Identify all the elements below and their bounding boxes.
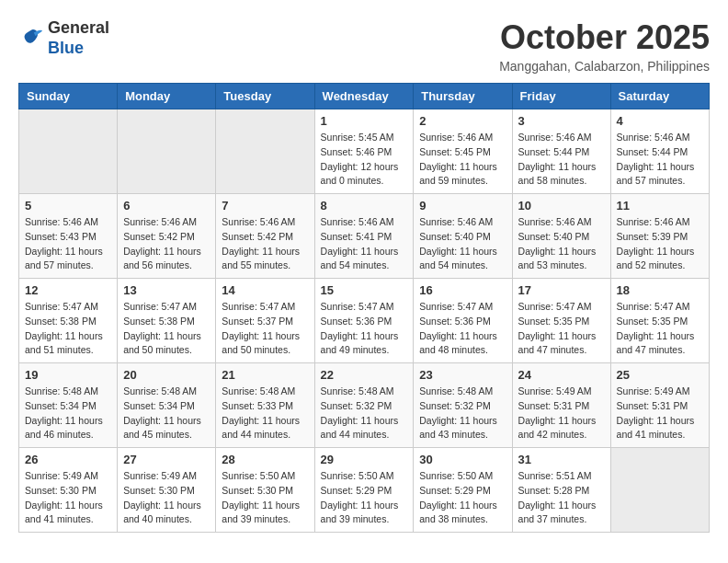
calendar-cell: 9Sunrise: 5:46 AMSunset: 5:40 PMDaylight… <box>414 194 512 279</box>
calendar-cell: 15Sunrise: 5:47 AMSunset: 5:36 PMDayligh… <box>314 279 414 363</box>
day-number: 14 <box>222 283 308 297</box>
logo-bird-icon <box>18 26 44 52</box>
calendar-cell: 14Sunrise: 5:47 AMSunset: 5:37 PMDayligh… <box>216 279 314 363</box>
calendar-cell: 17Sunrise: 5:47 AMSunset: 5:35 PMDayligh… <box>512 279 610 363</box>
day-info: Sunrise: 5:46 AMSunset: 5:41 PMDaylight:… <box>321 215 408 273</box>
day-info: Sunrise: 5:46 AMSunset: 5:42 PMDaylight:… <box>222 215 308 273</box>
calendar-cell: 18Sunrise: 5:47 AMSunset: 5:35 PMDayligh… <box>610 279 709 363</box>
day-info: Sunrise: 5:48 AMSunset: 5:34 PMDaylight:… <box>25 385 111 442</box>
day-info: Sunrise: 5:48 AMSunset: 5:33 PMDaylight:… <box>222 385 308 442</box>
calendar-cell: 23Sunrise: 5:48 AMSunset: 5:32 PMDayligh… <box>414 363 512 448</box>
weekday-header-row: SundayMondayTuesdayWednesdayThursdayFrid… <box>19 84 710 109</box>
calendar-cell: 4Sunrise: 5:46 AMSunset: 5:44 PMDaylight… <box>610 109 709 194</box>
weekday-header-wednesday: Wednesday <box>314 84 414 109</box>
page-header: General Blue October 2025 Manggahan, Cal… <box>18 18 710 74</box>
calendar-week-5: 26Sunrise: 5:49 AMSunset: 5:30 PMDayligh… <box>19 448 710 533</box>
day-info: Sunrise: 5:47 AMSunset: 5:35 PMDaylight:… <box>617 300 703 358</box>
day-info: Sunrise: 5:49 AMSunset: 5:31 PMDaylight:… <box>617 385 703 442</box>
logo-text: General Blue <box>48 18 109 58</box>
calendar-cell: 19Sunrise: 5:48 AMSunset: 5:34 PMDayligh… <box>19 363 118 448</box>
day-number: 7 <box>222 199 308 213</box>
day-number: 24 <box>518 368 605 382</box>
day-number: 13 <box>123 283 210 297</box>
logo-blue: Blue <box>48 39 84 57</box>
day-number: 21 <box>222 368 308 382</box>
day-number: 5 <box>25 199 111 213</box>
logo: General Blue <box>18 18 109 58</box>
calendar-cell: 11Sunrise: 5:46 AMSunset: 5:39 PMDayligh… <box>610 194 709 279</box>
day-info: Sunrise: 5:47 AMSunset: 5:35 PMDaylight:… <box>518 300 605 358</box>
day-number: 17 <box>518 283 605 297</box>
weekday-header-friday: Friday <box>512 84 610 109</box>
calendar-table: SundayMondayTuesdayWednesdayThursdayFrid… <box>18 83 710 533</box>
day-info: Sunrise: 5:50 AMSunset: 5:29 PMDaylight:… <box>321 469 408 527</box>
day-number: 16 <box>419 283 506 297</box>
month-title: October 2025 <box>499 18 710 57</box>
calendar-cell: 3Sunrise: 5:46 AMSunset: 5:44 PMDaylight… <box>512 109 610 194</box>
calendar-week-3: 12Sunrise: 5:47 AMSunset: 5:38 PMDayligh… <box>19 279 710 363</box>
day-number: 6 <box>123 199 210 213</box>
weekday-header-sunday: Sunday <box>19 84 118 109</box>
day-number: 30 <box>419 453 506 466</box>
day-info: Sunrise: 5:46 AMSunset: 5:42 PMDaylight:… <box>123 215 210 273</box>
day-info: Sunrise: 5:46 AMSunset: 5:43 PMDaylight:… <box>25 215 111 273</box>
day-number: 28 <box>222 453 308 466</box>
calendar-cell: 24Sunrise: 5:49 AMSunset: 5:31 PMDayligh… <box>512 363 610 448</box>
calendar-cell: 12Sunrise: 5:47 AMSunset: 5:38 PMDayligh… <box>19 279 118 363</box>
day-number: 15 <box>321 283 408 297</box>
day-number: 26 <box>25 453 111 466</box>
day-number: 31 <box>518 453 605 466</box>
calendar-cell: 21Sunrise: 5:48 AMSunset: 5:33 PMDayligh… <box>216 363 314 448</box>
day-number: 8 <box>321 199 408 213</box>
day-info: Sunrise: 5:48 AMSunset: 5:32 PMDaylight:… <box>321 385 408 442</box>
weekday-header-saturday: Saturday <box>610 84 709 109</box>
calendar-cell: 6Sunrise: 5:46 AMSunset: 5:42 PMDaylight… <box>118 194 216 279</box>
day-number: 12 <box>25 283 111 297</box>
day-info: Sunrise: 5:48 AMSunset: 5:34 PMDaylight:… <box>123 385 210 442</box>
calendar-cell: 7Sunrise: 5:46 AMSunset: 5:42 PMDaylight… <box>216 194 314 279</box>
calendar-cell: 1Sunrise: 5:45 AMSunset: 5:46 PMDaylight… <box>314 109 414 194</box>
logo-general: General <box>48 18 109 37</box>
day-info: Sunrise: 5:47 AMSunset: 5:38 PMDaylight:… <box>25 300 111 358</box>
calendar-cell: 29Sunrise: 5:50 AMSunset: 5:29 PMDayligh… <box>314 448 414 533</box>
day-number: 27 <box>123 453 210 466</box>
title-section: October 2025 Manggahan, Calabarzon, Phil… <box>499 18 710 74</box>
day-number: 29 <box>321 453 408 466</box>
day-number: 4 <box>617 114 703 128</box>
day-number: 3 <box>518 114 605 128</box>
calendar-cell: 22Sunrise: 5:48 AMSunset: 5:32 PMDayligh… <box>314 363 414 448</box>
day-info: Sunrise: 5:47 AMSunset: 5:36 PMDaylight:… <box>419 300 506 358</box>
day-number: 20 <box>123 368 210 382</box>
calendar-week-1: 1Sunrise: 5:45 AMSunset: 5:46 PMDaylight… <box>19 109 710 194</box>
day-info: Sunrise: 5:48 AMSunset: 5:32 PMDaylight:… <box>419 385 506 442</box>
day-info: Sunrise: 5:46 AMSunset: 5:45 PMDaylight:… <box>419 131 506 189</box>
day-info: Sunrise: 5:47 AMSunset: 5:37 PMDaylight:… <box>222 300 308 358</box>
calendar-cell: 27Sunrise: 5:49 AMSunset: 5:30 PMDayligh… <box>118 448 216 533</box>
day-number: 19 <box>25 368 111 382</box>
calendar-cell: 28Sunrise: 5:50 AMSunset: 5:30 PMDayligh… <box>216 448 314 533</box>
calendar-cell <box>216 109 314 194</box>
day-number: 22 <box>321 368 408 382</box>
calendar-cell: 2Sunrise: 5:46 AMSunset: 5:45 PMDaylight… <box>414 109 512 194</box>
day-info: Sunrise: 5:49 AMSunset: 5:31 PMDaylight:… <box>518 385 605 442</box>
day-number: 18 <box>617 283 703 297</box>
day-info: Sunrise: 5:46 AMSunset: 5:44 PMDaylight:… <box>617 131 703 189</box>
day-info: Sunrise: 5:46 AMSunset: 5:40 PMDaylight:… <box>419 215 506 273</box>
calendar-cell: 20Sunrise: 5:48 AMSunset: 5:34 PMDayligh… <box>118 363 216 448</box>
calendar-cell: 16Sunrise: 5:47 AMSunset: 5:36 PMDayligh… <box>414 279 512 363</box>
day-number: 25 <box>617 368 703 382</box>
day-info: Sunrise: 5:49 AMSunset: 5:30 PMDaylight:… <box>123 469 210 527</box>
day-info: Sunrise: 5:47 AMSunset: 5:38 PMDaylight:… <box>123 300 210 358</box>
calendar-cell <box>610 448 709 533</box>
day-info: Sunrise: 5:49 AMSunset: 5:30 PMDaylight:… <box>25 469 111 527</box>
day-info: Sunrise: 5:47 AMSunset: 5:36 PMDaylight:… <box>321 300 408 358</box>
day-info: Sunrise: 5:51 AMSunset: 5:28 PMDaylight:… <box>518 469 605 527</box>
day-info: Sunrise: 5:45 AMSunset: 5:46 PMDaylight:… <box>321 131 408 189</box>
calendar-cell: 10Sunrise: 5:46 AMSunset: 5:40 PMDayligh… <box>512 194 610 279</box>
day-number: 9 <box>419 199 506 213</box>
day-info: Sunrise: 5:50 AMSunset: 5:30 PMDaylight:… <box>222 469 308 527</box>
calendar-week-4: 19Sunrise: 5:48 AMSunset: 5:34 PMDayligh… <box>19 363 710 448</box>
day-number: 1 <box>321 114 408 128</box>
day-number: 23 <box>419 368 506 382</box>
calendar-cell: 13Sunrise: 5:47 AMSunset: 5:38 PMDayligh… <box>118 279 216 363</box>
